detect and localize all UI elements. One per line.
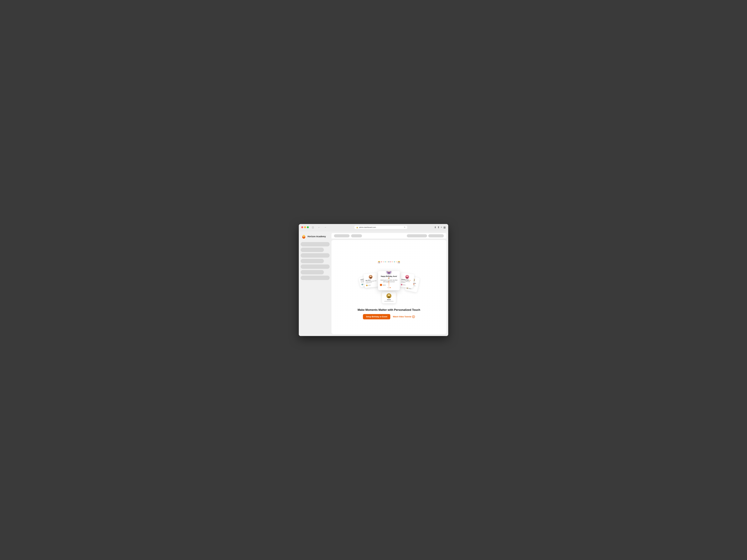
left1-sender: Admin: [368, 285, 371, 286]
lock-icon: 🔒: [356, 226, 358, 228]
left2-footer-dot: [361, 284, 363, 286]
browser-right-buttons: ⬇ ⬆ + ▦: [434, 226, 446, 229]
sidebar-item-skeleton-4: [301, 259, 324, 263]
watch-video-button[interactable]: Watch Video Tutorial ▶: [393, 315, 415, 318]
dot-3-active: [390, 287, 391, 288]
close-traffic-light[interactable]: [301, 226, 303, 228]
address-bar[interactable]: 🔒 admin.dashboard.com ↻: [354, 226, 407, 229]
bottom-card-skeleton: [384, 301, 393, 302]
header-right-skeleton-2: [428, 234, 444, 237]
svg-point-2: [303, 235, 305, 236]
header-right-skeletons: [407, 234, 444, 237]
center-card-sender: Admin: [383, 284, 386, 286]
left1-avatar: [368, 275, 372, 279]
birthday-card-left1: Hey Jhon! It's your special day! lucky t…: [363, 273, 379, 288]
back-button[interactable]: ←: [317, 225, 321, 229]
browser-window: ◫ ← → 🔒 admin.dashboard.com ↻ ⬇ ⬆ + ▦: [299, 224, 448, 336]
minimize-traffic-light[interactable]: [304, 226, 306, 228]
reload-icon[interactable]: ↻: [404, 226, 405, 229]
cta-buttons: Setup Birthday or Event Watch Video Tuto…: [358, 314, 420, 319]
watch-video-label: Watch Video Tutorial: [393, 316, 411, 318]
new-tab-icon[interactable]: +: [441, 226, 442, 229]
cta-headline: Make Moments Matter with Personalized To…: [358, 308, 420, 312]
logo-area: Horizon Academy: [301, 234, 330, 239]
tabs-icon[interactable]: ▦: [443, 226, 446, 229]
sidebar-toggle-button[interactable]: ◫: [311, 225, 315, 229]
svg-point-17: [387, 296, 390, 298]
sidebar-item-skeleton-3: [301, 253, 330, 258]
logo-text: Horizon Academy: [308, 235, 326, 238]
sidebar-item-skeleton-6: [301, 270, 324, 274]
right1-sender: Admin: [403, 284, 406, 286]
left1-card-footer: Admin: [366, 284, 377, 286]
birthday-card-bottom: Admin: [382, 292, 396, 303]
birthday-card-right1: Birthday, Nick! 🎂 day be so bright and w…: [399, 273, 415, 288]
sidebar-item-skeleton-2: [301, 248, 324, 252]
app-layout: Horizon Academy: [299, 232, 448, 336]
horizon-logo: [301, 234, 306, 239]
right2-sender: Admin: [409, 288, 411, 289]
right1-footer-dot: [401, 284, 403, 286]
bottom-sender-name: Admin: [383, 299, 395, 300]
right1-avatar: [405, 275, 409, 279]
bottom-sender-avatar: [386, 293, 391, 298]
center-card-title: Happy Birthday, Aura! 🎉: [380, 275, 398, 279]
bunting-decoration: 🎊 ▼ ▼ ▼ ▼ ▼ ▼ ▼ ▼ ▼ 🎊: [378, 261, 400, 264]
forward-button[interactable]: →: [323, 225, 328, 229]
main-area: 🎊 ▼ ▼ ▼ ▼ ▼ ▼ ▼ ▼ ▼ 🎊: [332, 232, 448, 336]
header-skeleton-1: [334, 234, 350, 237]
sidebar: Horizon Academy: [299, 232, 332, 336]
download-icon[interactable]: ⬇: [434, 226, 436, 229]
left2-sender: A: [363, 284, 364, 285]
svg-point-16: [388, 294, 390, 296]
play-icon: ▶: [412, 315, 415, 318]
vertical-connector: [389, 281, 389, 290]
sidebar-item-skeleton-7: [301, 276, 330, 280]
share-icon[interactable]: ⬆: [437, 226, 439, 229]
svg-point-5: [387, 272, 390, 274]
content-card: 🎊 ▼ ▼ ▼ ▼ ▼ ▼ ▼ ▼ ▼ 🎊: [332, 240, 446, 334]
sidebar-item-skeleton-1: [301, 242, 330, 246]
birthday-cards-visual: 🎊 ▼ ▼ ▼ ▼ ▼ ▼ ▼ ▼ ▼ 🎊: [359, 255, 418, 304]
app-header: [332, 233, 446, 239]
header-right-skeleton-1: [407, 234, 427, 237]
url-text: admin.dashboard.com: [359, 226, 376, 228]
traffic-lights: [301, 226, 309, 228]
center-avatar: [386, 271, 391, 274]
center-card-sender-avatar: A: [380, 284, 382, 286]
sidebar-item-skeleton-5: [301, 264, 330, 269]
fullscreen-traffic-light[interactable]: [307, 226, 309, 228]
dot-1: [387, 287, 388, 288]
right1-card-footer: Admin: [401, 284, 412, 286]
setup-birthday-button[interactable]: Setup Birthday or Event: [363, 314, 390, 319]
cta-section: Make Moments Matter with Personalized To…: [358, 308, 420, 319]
browser-chrome: ◫ ← → 🔒 admin.dashboard.com ↻ ⬇ ⬆ + ▦: [299, 224, 448, 232]
header-skeleton-2: [351, 234, 362, 237]
left1-footer-dot: [366, 285, 368, 286]
